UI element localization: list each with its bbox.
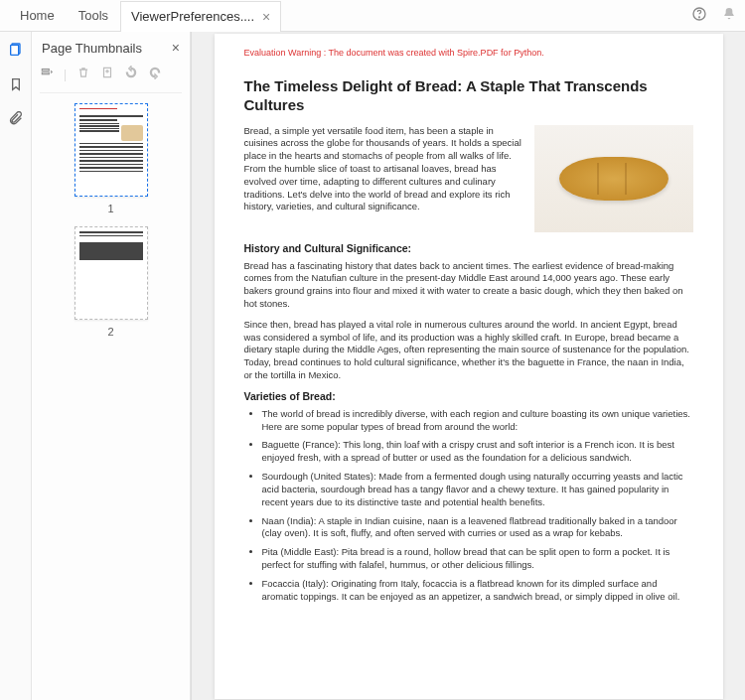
bookmark-icon[interactable] <box>8 76 24 95</box>
close-icon[interactable]: × <box>262 9 270 25</box>
svg-point-1 <box>699 17 700 18</box>
main: Page Thumbnails × | <box>0 32 745 700</box>
tab-home[interactable]: Home <box>8 0 67 31</box>
list-item: Focaccia (Italy): Originating from Italy… <box>262 578 693 604</box>
topbar: Home Tools ViewerPreferences.... × <box>0 0 745 32</box>
list-item: Pita (Middle East): Pita bread is a roun… <box>262 546 693 572</box>
intro-text: Bread, a simple yet versatile food item,… <box>244 125 524 232</box>
thumbnail-number: 2 <box>107 326 113 338</box>
options-icon[interactable] <box>40 66 54 82</box>
thumbnail-title: Page Thumbnails <box>42 41 142 56</box>
thumbnail-toolbar: | <box>40 64 182 93</box>
list-item: Sourdough (United States): Made from a f… <box>262 471 693 508</box>
section-title-history: History and Cultural Significance: <box>244 242 693 254</box>
topbar-left: Home Tools ViewerPreferences.... × <box>8 0 281 31</box>
thumbnail-page-2[interactable] <box>74 226 148 320</box>
bread-illustration <box>559 157 669 201</box>
list-item: Baguette (France): This long, thin loaf … <box>262 439 693 465</box>
help-icon[interactable] <box>691 6 707 25</box>
rotate-cw-icon[interactable] <box>148 66 162 82</box>
thumbnail-header: Page Thumbnails × <box>40 38 182 64</box>
document-viewer[interactable]: ◂ Evaluation Warning : The document was … <box>191 32 745 700</box>
intro-section: Bread, a simple yet versatile food item,… <box>244 125 693 232</box>
topbar-right <box>691 6 737 25</box>
tab-document-active[interactable]: ViewerPreferences.... × <box>120 1 281 32</box>
document-title: The Timeless Delight of Bread: A Staple … <box>244 77 693 115</box>
close-icon[interactable]: × <box>172 40 180 56</box>
thumbnail-page-1[interactable] <box>74 103 148 197</box>
attachment-icon[interactable] <box>8 111 24 130</box>
thumbnails-icon[interactable] <box>8 42 24 61</box>
trash-icon[interactable] <box>76 66 90 82</box>
left-rail <box>0 32 32 700</box>
paragraph: Bread has a fascinating history that dat… <box>244 260 693 311</box>
evaluation-warning: Evaluation Warning : The document was cr… <box>244 48 693 58</box>
section-title-varieties: Varieties of Bread: <box>244 390 693 402</box>
svg-rect-4 <box>42 70 49 71</box>
varieties-list: The world of bread is incredibly diverse… <box>244 408 693 604</box>
svg-rect-5 <box>42 72 49 74</box>
list-item: Naan (India): A staple in Indian cuisine… <box>262 515 693 541</box>
thumbnail-panel: Page Thumbnails × | <box>32 32 191 700</box>
tab-label: ViewerPreferences.... <box>131 9 254 24</box>
page-1: Evaluation Warning : The document was cr… <box>215 34 723 699</box>
tab-tools[interactable]: Tools <box>67 0 120 31</box>
paragraph: Since then, bread has played a vital rol… <box>244 319 693 382</box>
rotate-ccw-icon[interactable] <box>124 66 138 82</box>
bread-image <box>534 125 693 232</box>
insert-icon[interactable] <box>100 66 114 82</box>
thumbnail-number: 1 <box>107 203 113 214</box>
svg-rect-3 <box>10 45 18 55</box>
thumbnail-list: 1 2 <box>40 103 182 694</box>
list-item: The world of bread is incredibly diverse… <box>262 408 693 434</box>
bell-icon[interactable] <box>721 6 737 25</box>
